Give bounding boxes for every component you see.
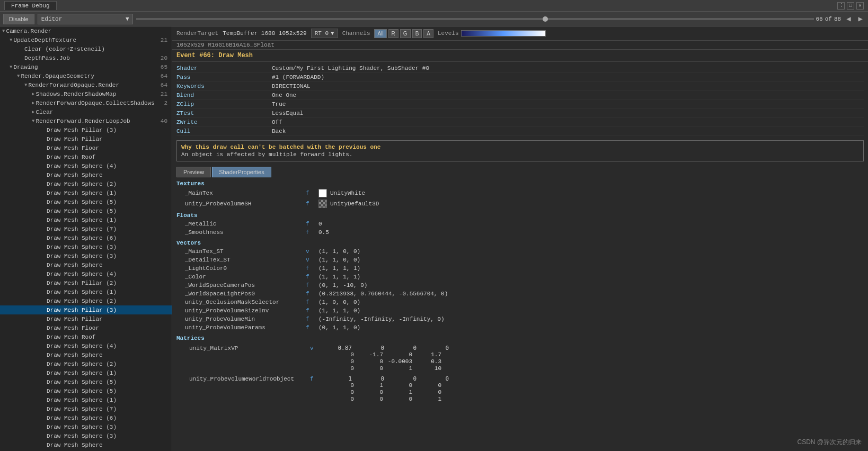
- tree-item[interactable]: Draw Mesh Sphere (5): [0, 197, 172, 206]
- rt-value: TempBuffer 1688 1052x529: [223, 30, 306, 37]
- tree-item[interactable]: Clear (color+Z+stencil): [0, 44, 172, 53]
- rt-dropdown[interactable]: RT 0 ▼: [311, 29, 338, 38]
- tree-item[interactable]: Draw Mesh Sphere (5): [0, 377, 172, 386]
- shader-type: f: [306, 229, 314, 236]
- tree-item[interactable]: Draw Mesh Sphere (7): [0, 404, 172, 413]
- prop-row: ZTest LessEqual: [176, 109, 864, 118]
- tree-arrow: ▼: [17, 74, 20, 79]
- tree-item-count: 21: [161, 91, 170, 97]
- menu-btn[interactable]: ⋮: [837, 2, 845, 10]
- tree-arrow: ▼: [24, 83, 27, 88]
- shader-type: f: [306, 308, 314, 314]
- tree-item[interactable]: ▼RenderForwardOpaque.Render64: [0, 80, 172, 89]
- tab-shaderproperties[interactable]: ShaderProperties: [212, 167, 271, 177]
- tree-item[interactable]: ▼Render.OpaqueGeometry64: [0, 71, 172, 80]
- vector-row: _Color f (1, 1, 1, 1): [172, 273, 868, 281]
- prop-row: Keywords DIRECTIONAL: [176, 82, 864, 91]
- tree-item[interactable]: Draw Mesh Roof: [0, 332, 172, 341]
- tree-item[interactable]: Draw Mesh Sphere (1): [0, 188, 172, 197]
- shader-key: _WorldSpaceLightPos0: [185, 291, 302, 297]
- tree-item[interactable]: Draw Mesh Sphere (3): [0, 431, 172, 440]
- tree-item[interactable]: ▼Camera.Render: [0, 26, 172, 35]
- vector-row: _WorldSpaceCameraPos f (0, 1, -10, 0): [172, 281, 868, 290]
- levels-bar: Levels: [438, 30, 546, 37]
- disable-button[interactable]: Disable: [3, 14, 34, 24]
- tree-item[interactable]: Draw Mesh Sphere (4): [0, 341, 172, 350]
- tree-item[interactable]: Draw Mesh Sphere: [0, 260, 172, 269]
- maximize-btn[interactable]: □: [847, 2, 854, 10]
- tree-item[interactable]: ▼RenderForward.RenderLoopJob40: [0, 116, 172, 125]
- matrix-key: unity_MatrixVP: [189, 345, 306, 351]
- tree-item[interactable]: Draw Mesh Sphere (3): [0, 242, 172, 251]
- channel-btn-b[interactable]: B: [412, 29, 422, 38]
- tree-item[interactable]: ▶RenderForwardOpaque.CollectShadows2: [0, 98, 172, 107]
- tree-item[interactable]: Draw Mesh Pillar: [0, 134, 172, 143]
- tree-item[interactable]: Draw Mesh Pillar (2): [0, 278, 172, 287]
- tree-item[interactable]: Draw Mesh Pillar (3): [0, 305, 172, 314]
- tree-item[interactable]: Draw Mesh Sphere (2): [0, 179, 172, 188]
- frame-slider[interactable]: [136, 18, 814, 20]
- channel-btn-a[interactable]: A: [423, 29, 433, 38]
- tree-item[interactable]: Draw Mesh Sphere: [0, 350, 172, 359]
- title-tab[interactable]: Frame Debug: [4, 1, 57, 10]
- tree-item[interactable]: Draw Mesh Sphere (3): [0, 422, 172, 431]
- tree-item[interactable]: Draw Mesh Sphere (3): [0, 251, 172, 260]
- close-btn[interactable]: ✕: [856, 2, 864, 10]
- tree-item[interactable]: Draw Mesh Pillar: [0, 314, 172, 323]
- next-frame-btn[interactable]: ▶: [856, 14, 865, 23]
- tree-item[interactable]: Draw Mesh Sphere: [0, 170, 172, 179]
- tree-item-label: Draw Mesh Sphere (6): [47, 415, 117, 421]
- prop-value: Custom/My First Lighting Shader, SubShad…: [272, 65, 429, 71]
- matrix-data-row: 0010: [176, 389, 864, 395]
- tree-arrow: ▼: [10, 38, 12, 43]
- tree-item[interactable]: ▶Clear: [0, 107, 172, 116]
- main-content: ▼Camera.Render▼UpdateDepthTexture21Clear…: [0, 26, 868, 451]
- tree-item[interactable]: ▼Drawing65: [0, 62, 172, 71]
- channel-btn-g[interactable]: G: [400, 29, 411, 38]
- shader-key: _Color: [185, 274, 302, 280]
- draw-call-list[interactable]: ▼Camera.Render▼UpdateDepthTexture21Clear…: [0, 26, 172, 451]
- tree-item[interactable]: Draw Mesh Sphere (2): [0, 359, 172, 368]
- tab-preview[interactable]: Preview: [176, 167, 211, 177]
- shader-type: f: [306, 291, 314, 297]
- tree-item[interactable]: Draw Mesh Sphere (7): [0, 224, 172, 233]
- tree-item[interactable]: ▶Shadows.RenderShadowMap21: [0, 89, 172, 98]
- shader-key: unity_ProbeVolumeMin: [185, 316, 302, 322]
- tree-item-label: Draw Mesh Sphere (4): [47, 343, 117, 349]
- tree-item[interactable]: Draw Mesh Sphere (5): [0, 386, 172, 395]
- prev-frame-btn[interactable]: ◀: [844, 14, 853, 23]
- tree-item[interactable]: Draw Mesh Sphere (1): [0, 368, 172, 377]
- shader-type: f: [306, 201, 314, 207]
- tree-item[interactable]: Draw Mesh Pillar (3): [0, 125, 172, 134]
- tree-arrow: ▶: [32, 109, 34, 115]
- tree-item[interactable]: Draw Mesh Sphere (4): [0, 269, 172, 278]
- tree-item[interactable]: Draw Mesh Sphere (5): [0, 206, 172, 215]
- tree-item[interactable]: ▼UpdateDepthTexture21: [0, 35, 172, 44]
- tree-item[interactable]: Draw Mesh Sphere (6): [0, 233, 172, 242]
- tree-item[interactable]: Draw Mesh Sphere (4): [0, 161, 172, 170]
- tree-item[interactable]: DepthPass.Job20: [0, 53, 172, 62]
- shader-type: f: [306, 299, 314, 305]
- tree-item[interactable]: Draw Mesh Sphere: [0, 440, 172, 449]
- prop-row: Shader Custom/My First Lighting Shader, …: [176, 64, 864, 73]
- tree-item[interactable]: Draw Mesh Sphere (6): [0, 413, 172, 422]
- warning-text: An object is affected by multiple forwar…: [181, 151, 859, 158]
- channel-btn-all[interactable]: All: [374, 29, 386, 38]
- tree-item[interactable]: Draw Mesh Sphere (1): [0, 395, 172, 404]
- frame-current: 66: [816, 16, 823, 22]
- tree-item[interactable]: Draw Mesh Sphere (2): [0, 296, 172, 305]
- tree-item[interactable]: Draw Mesh Sphere (1): [0, 287, 172, 296]
- texture-row: unity_ProbeVolumeSH f UnityDefault3D: [172, 199, 868, 209]
- tree-item[interactable]: Draw Mesh Sphere (1): [0, 215, 172, 224]
- tree-item-label: Draw Mesh Sphere (5): [47, 388, 117, 394]
- tree-item[interactable]: Draw Mesh Floor: [0, 143, 172, 152]
- tree-item[interactable]: Draw Mesh Roof: [0, 152, 172, 161]
- shader-value: (0, 1, -10, 0): [318, 282, 367, 288]
- channel-btn-r[interactable]: R: [388, 29, 398, 38]
- tree-item-label: Draw Mesh Pillar: [47, 136, 103, 142]
- tree-item-count: 21: [161, 37, 170, 43]
- shader-type: f: [306, 274, 314, 280]
- editor-dropdown[interactable]: Editor ▼: [38, 14, 133, 24]
- prop-value: One One: [272, 92, 296, 98]
- tree-item[interactable]: Draw Mesh Floor: [0, 323, 172, 332]
